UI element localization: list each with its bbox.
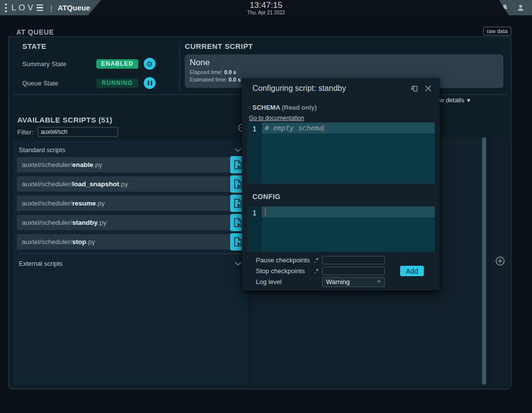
group-external-scripts[interactable]: External scripts — [17, 256, 244, 271]
script-row-standby[interactable]: auxtel/scheduler/standby.py — [17, 215, 244, 230]
triangle-down-icon: ▼ — [466, 97, 471, 103]
pause-icon — [148, 81, 152, 85]
select-caret-icon — [377, 281, 381, 283]
state-heading: STATE — [22, 42, 179, 50]
close-icon[interactable] — [424, 84, 433, 93]
state-script-divider — [179, 42, 180, 91]
schema-cursor — [323, 124, 324, 132]
schema-editor-body: # empty schema — [262, 123, 435, 184]
configure-script-modal: Configuring script: standby SCHEMA (Read… — [242, 78, 440, 290]
summary-state-row: Summary State ENABLED ⚙ — [22, 58, 179, 70]
pause-checkpoints-input[interactable] — [322, 256, 385, 264]
current-script-heading: CURRENT SCRIPT — [185, 42, 503, 50]
gear-icon: ⚙ — [146, 60, 153, 68]
menu-dots-icon[interactable] — [5, 3, 7, 12]
config-editor[interactable]: 1 — [247, 206, 435, 252]
pause-checkpoints-row: Pause checkpoints .* — [242, 255, 440, 265]
schema-editor: 1 # empty schema — [247, 123, 435, 184]
elapsed-time: Elapsed time: 0.0 s — [190, 69, 498, 75]
queue-state-row: Queue State RUNNING — [22, 77, 179, 89]
config-active-line — [262, 206, 435, 217]
raw-data-button[interactable]: raw data — [483, 27, 511, 36]
queue-state-badge: RUNNING — [96, 79, 138, 88]
script-row-resume[interactable]: auxtel/scheduler/resume.py — [17, 196, 244, 211]
schema-active-line: # empty schema — [262, 123, 435, 133]
config-line-numbers: 1 — [247, 206, 262, 252]
panel-title: AT QUEUE — [16, 28, 54, 36]
script-file-icon — [234, 199, 242, 208]
stop-checkpoints-label: Stop checkpoints — [256, 267, 314, 275]
modal-title: Configuring script: standby — [252, 84, 410, 93]
log-level-value: Warning — [326, 278, 350, 286]
love-logo: LOV — [11, 3, 43, 13]
schema-heading: SCHEMA (Read only) — [252, 104, 440, 111]
documentation-link[interactable]: Go to documentation — [249, 115, 304, 122]
current-script-name: None — [190, 58, 498, 68]
log-level-row: Log level Warning — [242, 277, 440, 287]
script-file-icon — [234, 179, 242, 189]
copy-document-icon[interactable] — [410, 84, 419, 93]
log-level-label: Log level — [256, 278, 314, 286]
top-bar-left: LOV | ATQueue — [0, 0, 101, 15]
atqueue-screen: LOV | ATQueue 13:47:15 Thu, Apr 21 2022 … — [0, 0, 532, 413]
chevron-down-icon — [235, 261, 242, 266]
config-cursor — [265, 208, 266, 216]
script-file-icon — [234, 160, 242, 169]
vertical-scrollbar[interactable] — [482, 137, 486, 385]
script-row-stop[interactable]: auxtel/scheduler/stop.py — [17, 234, 244, 249]
available-scripts-heading: AVAILABLE SCRIPTS (51) — [17, 116, 112, 124]
user-icon[interactable] — [516, 3, 525, 12]
filter-label: Filter: — [17, 128, 34, 136]
chevron-down-icon — [235, 148, 242, 152]
page-title: ATQueue — [58, 3, 90, 12]
script-file-icon — [234, 237, 242, 247]
logo-separator: | — [50, 4, 52, 12]
stop-checkpoints-hint: .* — [314, 267, 320, 275]
collapsed-column — [491, 137, 508, 385]
group-divider — [19, 253, 242, 254]
filter-input[interactable] — [38, 127, 118, 137]
notifications-bell-icon[interactable] — [500, 3, 509, 12]
group-standard-scripts[interactable]: Standard scripts — [17, 142, 244, 157]
pause-checkpoints-label: Pause checkpoints — [256, 256, 314, 264]
pause-checkpoints-hint: .* — [314, 256, 320, 264]
log-level-select[interactable]: Warning — [322, 277, 385, 287]
summary-state-settings-button[interactable]: ⚙ — [144, 58, 156, 70]
logo-text: LOV — [11, 3, 36, 13]
queue-state-label: Queue State — [22, 80, 96, 87]
summary-state-label: Summary State — [22, 60, 96, 68]
script-row-load-snapshot[interactable]: auxtel/scheduler/load_snapshot.py — [17, 176, 244, 192]
schema-code: # empty schema — [265, 124, 323, 132]
available-scripts-panel: Standard scripts auxtel/scheduler/enable… — [13, 140, 247, 385]
script-file-icon — [234, 218, 242, 227]
filter-row: Filter: — [17, 127, 118, 137]
summary-state-badge: ENABLED — [96, 59, 138, 69]
modal-header: Configuring script: standby — [242, 78, 440, 93]
state-section: STATE Summary State ENABLED ⚙ Queue Stat… — [22, 42, 179, 89]
top-bar: LOV | ATQueue 13:47:15 Thu, Apr 21 2022 — [0, 0, 532, 15]
config-editor-body[interactable] — [262, 206, 435, 252]
add-button[interactable]: Add — [400, 266, 424, 276]
stop-checkpoints-input[interactable] — [322, 267, 385, 275]
pause-queue-button[interactable] — [144, 77, 156, 89]
logo-e-icon — [37, 4, 43, 11]
schema-line-numbers: 1 — [247, 123, 262, 184]
script-row-enable[interactable]: auxtel/scheduler/enable.py — [17, 157, 244, 172]
config-heading: CONFIG — [252, 193, 281, 201]
plus-circle-icon[interactable] — [495, 256, 505, 266]
top-bar-right — [484, 0, 532, 15]
